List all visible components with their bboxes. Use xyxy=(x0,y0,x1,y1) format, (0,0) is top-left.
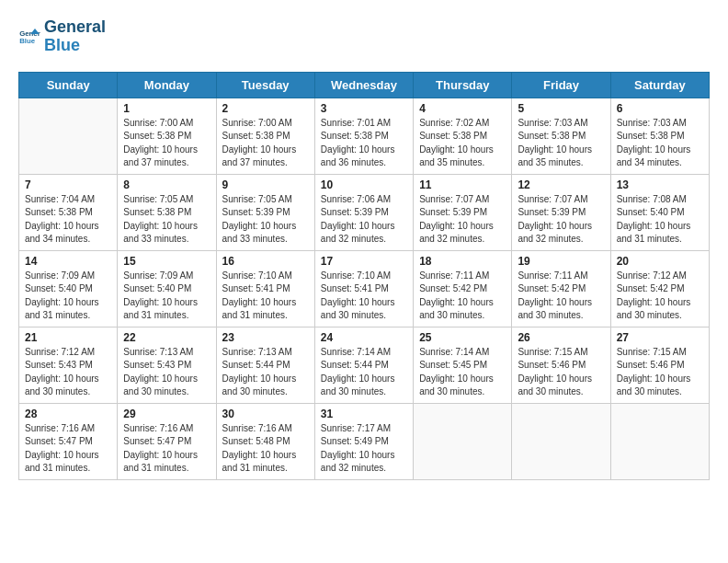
day-number: 18 xyxy=(419,255,506,268)
day-info: Sunrise: 7:01 AM Sunset: 5:38 PM Dayligh… xyxy=(321,117,407,170)
day-number: 5 xyxy=(518,102,604,115)
day-number: 16 xyxy=(222,255,309,268)
header-thursday: Thursday xyxy=(414,72,512,98)
day-number: 22 xyxy=(123,331,210,344)
calendar-table: SundayMondayTuesdayWednesdayThursdayFrid… xyxy=(18,72,710,480)
svg-text:Blue: Blue xyxy=(19,37,36,45)
day-info: Sunrise: 7:02 AM Sunset: 5:38 PM Dayligh… xyxy=(419,117,506,170)
calendar-cell: 23Sunrise: 7:13 AM Sunset: 5:44 PM Dayli… xyxy=(216,327,314,403)
day-info: Sunrise: 7:03 AM Sunset: 5:38 PM Dayligh… xyxy=(617,117,703,170)
day-info: Sunrise: 7:07 AM Sunset: 5:39 PM Dayligh… xyxy=(419,193,506,247)
calendar-cell: 21Sunrise: 7:12 AM Sunset: 5:43 PM Dayli… xyxy=(19,327,118,403)
calendar-cell: 14Sunrise: 7:09 AM Sunset: 5:40 PM Dayli… xyxy=(19,250,118,327)
calendar-cell: 4Sunrise: 7:02 AM Sunset: 5:38 PM Daylig… xyxy=(414,98,512,174)
day-info: Sunrise: 7:00 AM Sunset: 5:38 PM Dayligh… xyxy=(123,117,210,170)
day-number: 19 xyxy=(518,255,604,268)
day-info: Sunrise: 7:00 AM Sunset: 5:38 PM Dayligh… xyxy=(222,117,309,170)
calendar-cell xyxy=(414,403,512,479)
calendar-cell: 22Sunrise: 7:13 AM Sunset: 5:43 PM Dayli… xyxy=(118,327,216,403)
week-row-3: 21Sunrise: 7:12 AM Sunset: 5:43 PM Dayli… xyxy=(19,327,710,403)
day-number: 6 xyxy=(617,102,703,115)
day-number: 9 xyxy=(222,178,309,191)
week-row-0: 1Sunrise: 7:00 AM Sunset: 5:38 PM Daylig… xyxy=(19,98,710,174)
day-info: Sunrise: 7:08 AM Sunset: 5:40 PM Dayligh… xyxy=(617,193,703,247)
week-row-1: 7Sunrise: 7:04 AM Sunset: 5:38 PM Daylig… xyxy=(19,174,710,250)
header-sunday: Sunday xyxy=(19,72,118,98)
calendar-cell: 10Sunrise: 7:06 AM Sunset: 5:39 PM Dayli… xyxy=(314,174,413,250)
day-number: 31 xyxy=(321,408,407,420)
calendar-cell: 5Sunrise: 7:03 AM Sunset: 5:38 PM Daylig… xyxy=(512,98,610,174)
day-info: Sunrise: 7:14 AM Sunset: 5:45 PM Dayligh… xyxy=(419,346,506,399)
calendar-cell: 16Sunrise: 7:10 AM Sunset: 5:41 PM Dayli… xyxy=(216,250,314,327)
calendar-cell xyxy=(19,98,118,174)
day-number: 26 xyxy=(518,331,604,344)
calendar-cell: 26Sunrise: 7:15 AM Sunset: 5:46 PM Dayli… xyxy=(512,327,610,403)
day-info: Sunrise: 7:17 AM Sunset: 5:49 PM Dayligh… xyxy=(321,422,407,476)
day-number: 30 xyxy=(222,408,309,420)
day-number: 17 xyxy=(321,255,407,268)
day-info: Sunrise: 7:16 AM Sunset: 5:48 PM Dayligh… xyxy=(222,422,309,476)
header-wednesday: Wednesday xyxy=(314,72,413,98)
day-number: 4 xyxy=(419,102,506,115)
day-number: 2 xyxy=(222,102,309,115)
day-info: Sunrise: 7:03 AM Sunset: 5:38 PM Dayligh… xyxy=(518,117,604,170)
calendar-cell: 29Sunrise: 7:16 AM Sunset: 5:47 PM Dayli… xyxy=(118,403,216,479)
day-number: 8 xyxy=(123,178,210,191)
day-number: 29 xyxy=(123,408,210,420)
day-number: 13 xyxy=(617,178,703,191)
day-info: Sunrise: 7:10 AM Sunset: 5:41 PM Dayligh… xyxy=(321,270,407,323)
calendar-cell: 19Sunrise: 7:11 AM Sunset: 5:42 PM Dayli… xyxy=(512,250,610,327)
logo: General Blue General Blue xyxy=(18,18,106,55)
calendar-cell: 20Sunrise: 7:12 AM Sunset: 5:42 PM Dayli… xyxy=(610,250,709,327)
day-number: 27 xyxy=(617,331,703,344)
calendar-cell: 1Sunrise: 7:00 AM Sunset: 5:38 PM Daylig… xyxy=(118,98,216,174)
calendar-cell: 2Sunrise: 7:00 AM Sunset: 5:38 PM Daylig… xyxy=(216,98,314,174)
calendar-cell: 13Sunrise: 7:08 AM Sunset: 5:40 PM Dayli… xyxy=(610,174,709,250)
calendar-cell: 12Sunrise: 7:07 AM Sunset: 5:39 PM Dayli… xyxy=(512,174,610,250)
day-number: 20 xyxy=(617,255,703,268)
calendar-cell: 18Sunrise: 7:11 AM Sunset: 5:42 PM Dayli… xyxy=(414,250,512,327)
day-info: Sunrise: 7:15 AM Sunset: 5:46 PM Dayligh… xyxy=(518,346,604,399)
week-row-4: 28Sunrise: 7:16 AM Sunset: 5:47 PM Dayli… xyxy=(19,403,710,479)
day-info: Sunrise: 7:11 AM Sunset: 5:42 PM Dayligh… xyxy=(518,270,604,323)
day-number: 25 xyxy=(419,331,506,344)
calendar-cell: 6Sunrise: 7:03 AM Sunset: 5:38 PM Daylig… xyxy=(610,98,709,174)
header-tuesday: Tuesday xyxy=(216,72,314,98)
general-blue-logo-icon: General Blue xyxy=(18,26,40,48)
calendar-cell: 25Sunrise: 7:14 AM Sunset: 5:45 PM Dayli… xyxy=(414,327,512,403)
day-number: 10 xyxy=(321,178,407,191)
day-number: 14 xyxy=(25,255,111,268)
day-info: Sunrise: 7:07 AM Sunset: 5:39 PM Dayligh… xyxy=(518,193,604,247)
day-number: 21 xyxy=(25,331,111,344)
calendar-cell: 8Sunrise: 7:05 AM Sunset: 5:38 PM Daylig… xyxy=(118,174,216,250)
day-info: Sunrise: 7:05 AM Sunset: 5:39 PM Dayligh… xyxy=(222,193,309,247)
calendar-cell xyxy=(610,403,709,479)
day-info: Sunrise: 7:04 AM Sunset: 5:38 PM Dayligh… xyxy=(25,193,111,247)
day-info: Sunrise: 7:09 AM Sunset: 5:40 PM Dayligh… xyxy=(25,270,111,323)
day-info: Sunrise: 7:12 AM Sunset: 5:42 PM Dayligh… xyxy=(617,270,703,323)
day-info: Sunrise: 7:06 AM Sunset: 5:39 PM Dayligh… xyxy=(321,193,407,247)
day-number: 23 xyxy=(222,331,309,344)
day-info: Sunrise: 7:05 AM Sunset: 5:38 PM Dayligh… xyxy=(123,193,210,247)
calendar-cell: 17Sunrise: 7:10 AM Sunset: 5:41 PM Dayli… xyxy=(314,250,413,327)
day-info: Sunrise: 7:14 AM Sunset: 5:44 PM Dayligh… xyxy=(321,346,407,399)
day-info: Sunrise: 7:13 AM Sunset: 5:43 PM Dayligh… xyxy=(123,346,210,399)
header-friday: Friday xyxy=(512,72,610,98)
day-number: 11 xyxy=(419,178,506,191)
calendar-cell: 11Sunrise: 7:07 AM Sunset: 5:39 PM Dayli… xyxy=(414,174,512,250)
day-number: 24 xyxy=(321,331,407,344)
calendar-cell: 7Sunrise: 7:04 AM Sunset: 5:38 PM Daylig… xyxy=(19,174,118,250)
day-info: Sunrise: 7:16 AM Sunset: 5:47 PM Dayligh… xyxy=(123,422,210,476)
day-number: 1 xyxy=(123,102,210,115)
header-monday: Monday xyxy=(118,72,216,98)
logo-text: General Blue xyxy=(44,18,106,55)
calendar-cell: 28Sunrise: 7:16 AM Sunset: 5:47 PM Dayli… xyxy=(19,403,118,479)
day-number: 28 xyxy=(25,408,111,420)
calendar-header-row: SundayMondayTuesdayWednesdayThursdayFrid… xyxy=(19,72,710,98)
calendar-cell xyxy=(512,403,610,479)
day-info: Sunrise: 7:09 AM Sunset: 5:40 PM Dayligh… xyxy=(123,270,210,323)
day-number: 15 xyxy=(123,255,210,268)
calendar-cell: 24Sunrise: 7:14 AM Sunset: 5:44 PM Dayli… xyxy=(314,327,413,403)
day-number: 3 xyxy=(321,102,407,115)
calendar-cell: 31Sunrise: 7:17 AM Sunset: 5:49 PM Dayli… xyxy=(314,403,413,479)
